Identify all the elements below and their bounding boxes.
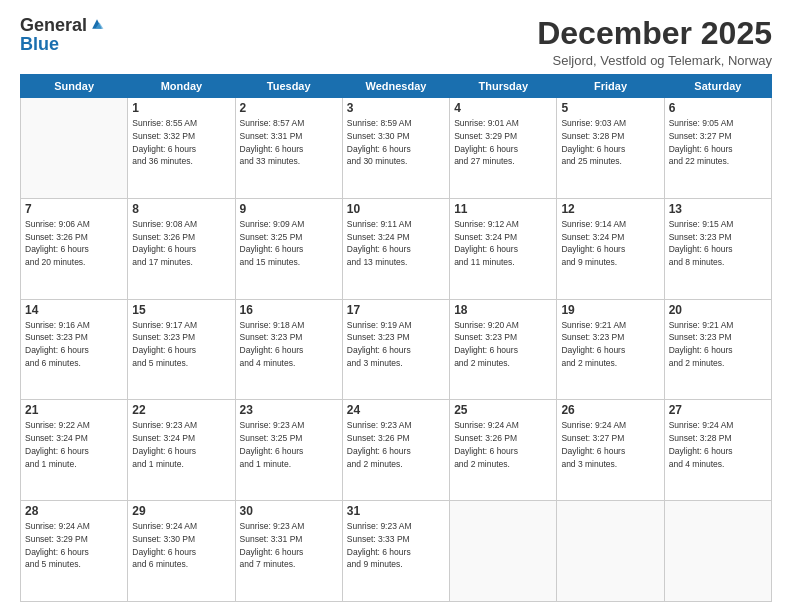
day-number: 28 [25, 504, 123, 518]
calendar-header-row: SundayMondayTuesdayWednesdayThursdayFrid… [21, 75, 772, 98]
day-number: 3 [347, 101, 445, 115]
day-number: 7 [25, 202, 123, 216]
day-info: Sunrise: 9:22 AMSunset: 3:24 PMDaylight:… [25, 419, 123, 470]
day-info: Sunrise: 9:19 AMSunset: 3:23 PMDaylight:… [347, 319, 445, 370]
day-info: Sunrise: 9:21 AMSunset: 3:23 PMDaylight:… [669, 319, 767, 370]
day-info: Sunrise: 9:18 AMSunset: 3:23 PMDaylight:… [240, 319, 338, 370]
calendar-table: SundayMondayTuesdayWednesdayThursdayFrid… [20, 74, 772, 602]
calendar-cell [664, 501, 771, 602]
calendar-week-row: 21Sunrise: 9:22 AMSunset: 3:24 PMDayligh… [21, 400, 772, 501]
calendar-cell: 27Sunrise: 9:24 AMSunset: 3:28 PMDayligh… [664, 400, 771, 501]
day-info: Sunrise: 9:06 AMSunset: 3:26 PMDaylight:… [25, 218, 123, 269]
day-number: 8 [132, 202, 230, 216]
day-number: 17 [347, 303, 445, 317]
day-header-wednesday: Wednesday [342, 75, 449, 98]
day-info: Sunrise: 9:23 AMSunset: 3:25 PMDaylight:… [240, 419, 338, 470]
day-info: Sunrise: 9:14 AMSunset: 3:24 PMDaylight:… [561, 218, 659, 269]
day-info: Sunrise: 9:21 AMSunset: 3:23 PMDaylight:… [561, 319, 659, 370]
calendar-cell: 19Sunrise: 9:21 AMSunset: 3:23 PMDayligh… [557, 299, 664, 400]
day-number: 4 [454, 101, 552, 115]
calendar-cell: 16Sunrise: 9:18 AMSunset: 3:23 PMDayligh… [235, 299, 342, 400]
day-info: Sunrise: 9:03 AMSunset: 3:28 PMDaylight:… [561, 117, 659, 168]
day-info: Sunrise: 9:23 AMSunset: 3:24 PMDaylight:… [132, 419, 230, 470]
day-number: 19 [561, 303, 659, 317]
calendar-week-row: 14Sunrise: 9:16 AMSunset: 3:23 PMDayligh… [21, 299, 772, 400]
calendar-cell: 15Sunrise: 9:17 AMSunset: 3:23 PMDayligh… [128, 299, 235, 400]
calendar-cell: 29Sunrise: 9:24 AMSunset: 3:30 PMDayligh… [128, 501, 235, 602]
calendar-cell: 12Sunrise: 9:14 AMSunset: 3:24 PMDayligh… [557, 198, 664, 299]
calendar-cell: 5Sunrise: 9:03 AMSunset: 3:28 PMDaylight… [557, 98, 664, 199]
calendar-cell: 28Sunrise: 9:24 AMSunset: 3:29 PMDayligh… [21, 501, 128, 602]
calendar-cell [21, 98, 128, 199]
day-number: 23 [240, 403, 338, 417]
day-info: Sunrise: 9:23 AMSunset: 3:31 PMDaylight:… [240, 520, 338, 571]
logo: General Blue [20, 16, 105, 55]
day-header-saturday: Saturday [664, 75, 771, 98]
day-number: 24 [347, 403, 445, 417]
day-header-tuesday: Tuesday [235, 75, 342, 98]
day-number: 12 [561, 202, 659, 216]
day-info: Sunrise: 9:08 AMSunset: 3:26 PMDaylight:… [132, 218, 230, 269]
logo-blue-text: Blue [20, 34, 59, 55]
calendar-cell: 21Sunrise: 9:22 AMSunset: 3:24 PMDayligh… [21, 400, 128, 501]
day-info: Sunrise: 9:24 AMSunset: 3:27 PMDaylight:… [561, 419, 659, 470]
day-info: Sunrise: 9:24 AMSunset: 3:29 PMDaylight:… [25, 520, 123, 571]
day-info: Sunrise: 9:01 AMSunset: 3:29 PMDaylight:… [454, 117, 552, 168]
calendar-cell: 2Sunrise: 8:57 AMSunset: 3:31 PMDaylight… [235, 98, 342, 199]
location-subtitle: Seljord, Vestfold og Telemark, Norway [537, 53, 772, 68]
calendar-cell: 6Sunrise: 9:05 AMSunset: 3:27 PMDaylight… [664, 98, 771, 199]
day-number: 27 [669, 403, 767, 417]
day-header-monday: Monday [128, 75, 235, 98]
day-info: Sunrise: 8:57 AMSunset: 3:31 PMDaylight:… [240, 117, 338, 168]
day-info: Sunrise: 9:05 AMSunset: 3:27 PMDaylight:… [669, 117, 767, 168]
day-number: 31 [347, 504, 445, 518]
calendar-cell: 4Sunrise: 9:01 AMSunset: 3:29 PMDaylight… [450, 98, 557, 199]
day-info: Sunrise: 9:15 AMSunset: 3:23 PMDaylight:… [669, 218, 767, 269]
day-number: 9 [240, 202, 338, 216]
calendar-cell: 1Sunrise: 8:55 AMSunset: 3:32 PMDaylight… [128, 98, 235, 199]
title-block: December 2025 Seljord, Vestfold og Telem… [537, 16, 772, 68]
calendar-cell: 8Sunrise: 9:08 AMSunset: 3:26 PMDaylight… [128, 198, 235, 299]
day-number: 20 [669, 303, 767, 317]
day-header-thursday: Thursday [450, 75, 557, 98]
day-info: Sunrise: 9:24 AMSunset: 3:26 PMDaylight:… [454, 419, 552, 470]
day-info: Sunrise: 9:12 AMSunset: 3:24 PMDaylight:… [454, 218, 552, 269]
month-title: December 2025 [537, 16, 772, 51]
day-number: 2 [240, 101, 338, 115]
day-number: 30 [240, 504, 338, 518]
day-number: 25 [454, 403, 552, 417]
calendar-cell: 30Sunrise: 9:23 AMSunset: 3:31 PMDayligh… [235, 501, 342, 602]
calendar-week-row: 28Sunrise: 9:24 AMSunset: 3:29 PMDayligh… [21, 501, 772, 602]
calendar-cell: 18Sunrise: 9:20 AMSunset: 3:23 PMDayligh… [450, 299, 557, 400]
day-info: Sunrise: 9:20 AMSunset: 3:23 PMDaylight:… [454, 319, 552, 370]
calendar-cell [557, 501, 664, 602]
day-number: 16 [240, 303, 338, 317]
day-info: Sunrise: 9:24 AMSunset: 3:28 PMDaylight:… [669, 419, 767, 470]
logo-general-text: General [20, 16, 87, 34]
day-number: 1 [132, 101, 230, 115]
day-info: Sunrise: 9:23 AMSunset: 3:26 PMDaylight:… [347, 419, 445, 470]
header: General Blue December 2025 Seljord, Vest… [20, 16, 772, 68]
day-number: 10 [347, 202, 445, 216]
calendar-cell: 24Sunrise: 9:23 AMSunset: 3:26 PMDayligh… [342, 400, 449, 501]
calendar-cell: 31Sunrise: 9:23 AMSunset: 3:33 PMDayligh… [342, 501, 449, 602]
day-info: Sunrise: 9:24 AMSunset: 3:30 PMDaylight:… [132, 520, 230, 571]
day-number: 22 [132, 403, 230, 417]
calendar-cell: 11Sunrise: 9:12 AMSunset: 3:24 PMDayligh… [450, 198, 557, 299]
calendar-cell: 9Sunrise: 9:09 AMSunset: 3:25 PMDaylight… [235, 198, 342, 299]
day-info: Sunrise: 8:59 AMSunset: 3:30 PMDaylight:… [347, 117, 445, 168]
day-info: Sunrise: 9:11 AMSunset: 3:24 PMDaylight:… [347, 218, 445, 269]
calendar-cell: 3Sunrise: 8:59 AMSunset: 3:30 PMDaylight… [342, 98, 449, 199]
calendar-cell: 13Sunrise: 9:15 AMSunset: 3:23 PMDayligh… [664, 198, 771, 299]
day-header-sunday: Sunday [21, 75, 128, 98]
day-info: Sunrise: 8:55 AMSunset: 3:32 PMDaylight:… [132, 117, 230, 168]
calendar-cell: 17Sunrise: 9:19 AMSunset: 3:23 PMDayligh… [342, 299, 449, 400]
calendar-cell [450, 501, 557, 602]
calendar-week-row: 7Sunrise: 9:06 AMSunset: 3:26 PMDaylight… [21, 198, 772, 299]
calendar-cell: 26Sunrise: 9:24 AMSunset: 3:27 PMDayligh… [557, 400, 664, 501]
day-info: Sunrise: 9:17 AMSunset: 3:23 PMDaylight:… [132, 319, 230, 370]
calendar-cell: 10Sunrise: 9:11 AMSunset: 3:24 PMDayligh… [342, 198, 449, 299]
day-info: Sunrise: 9:23 AMSunset: 3:33 PMDaylight:… [347, 520, 445, 571]
calendar-cell: 20Sunrise: 9:21 AMSunset: 3:23 PMDayligh… [664, 299, 771, 400]
day-number: 21 [25, 403, 123, 417]
